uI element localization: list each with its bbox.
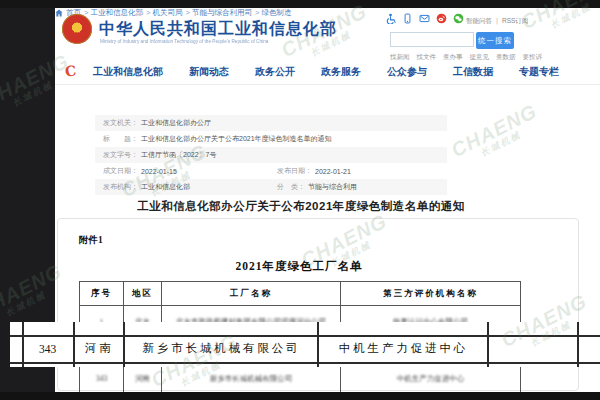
- meta-row-issuing-office: 发文机关： 工业和信息化部办公厅: [95, 115, 447, 131]
- meta-value: 2022-01-21: [315, 168, 351, 175]
- meta-row-title: 标 题： 工业和信息化部办公厅关于公布2021年度绿色制造名单的通知: [95, 131, 447, 147]
- header-factory: 工厂名称: [162, 282, 341, 306]
- wechat-icon[interactable]: [453, 13, 464, 24]
- meta-label: 标 题：: [103, 134, 138, 144]
- meta-value: 节能与综合利用: [308, 182, 357, 192]
- nav-item-special[interactable]: 专题专栏: [519, 65, 559, 79]
- magnified-row-343-callout: 343 河 南 新 乡 市 长 城 机 械 有 限 公 司 中 机 生 产 力 …: [10, 322, 600, 367]
- nav-item-miit[interactable]: 工业和信息化部: [93, 65, 163, 79]
- meta-value: 2022-01-15: [141, 168, 177, 175]
- home-icon: [55, 9, 63, 17]
- meta-label: 发文字号：: [103, 150, 138, 160]
- green-factory-table-title: 2021年度绿色工厂名单: [79, 259, 519, 274]
- crumb-green-manufacturing[interactable]: 绿色制造: [255, 8, 291, 18]
- table-row: 343 河南 新乡市长城机械有限公司 中机生产力促进中心: [79, 363, 521, 395]
- cell-factory: 新乡市长城机械有限公司: [162, 363, 341, 395]
- search-button[interactable]: 统一搜索: [476, 32, 514, 49]
- screenshot-stage: ★ 中华人民共和国工业和信息化部 Ministry of Industry an…: [0, 0, 600, 400]
- header-tool-icons: [385, 13, 464, 24]
- header-seq: 序号: [80, 282, 124, 306]
- header-agency: 第三方评价机构名称: [341, 282, 521, 306]
- meta-value: 工信厅节函〔2022〕7号: [141, 150, 216, 160]
- smart-qa-link[interactable]: 智能问答: [466, 17, 492, 24]
- mail-icon[interactable]: [419, 13, 430, 24]
- callout-region: 河 南: [73, 335, 123, 362]
- nav-item-gov-service[interactable]: 政务服务: [321, 65, 361, 79]
- cell-seq: 343: [80, 363, 124, 395]
- callout-bottom-border: [10, 362, 600, 364]
- main-nav-items: 工业和信息化部 新闻动态 政务公开 政务服务 公众参与 工信数据 专题专栏: [93, 65, 559, 79]
- nav-item-news[interactable]: 新闻动态: [189, 65, 229, 79]
- meta-value: 工业和信息化部: [141, 182, 190, 192]
- meta-label: 发布机构：: [103, 182, 138, 192]
- nav-item-participation[interactable]: 公众参与: [387, 65, 427, 79]
- meta-label: 成文日期：: [103, 166, 138, 176]
- nav-home-icon[interactable]: C: [64, 62, 77, 79]
- topbar-divider: ｜: [494, 17, 500, 24]
- callout-seq: 343: [22, 335, 73, 362]
- nav-item-data[interactable]: 工信数据: [453, 65, 493, 79]
- meta-row-doc-number: 发文字号： 工信厅节函〔2022〕7号: [95, 147, 447, 163]
- cell-region: 河南: [124, 363, 162, 395]
- crumb-energy-dept[interactable]: 节能与综合利用司: [185, 8, 251, 18]
- meta-row-publisher: 发布机构： 工业和信息化部 分 类： 节能与综合利用: [95, 179, 447, 195]
- document-meta-panel: 发文机关： 工业和信息化部办公厅 标 题： 工业和信息化部办公厅关于公布2021…: [95, 115, 447, 195]
- callout-agency-name: 中 机 生 产 力 促 进 中 心: [317, 335, 487, 362]
- top-black-bar: [0, 0, 600, 8]
- callout-border: [577, 322, 579, 367]
- bottom-black-bar: [0, 392, 600, 400]
- callout-border: [487, 322, 489, 367]
- callout-factory-name: 新 乡 市 长 城 机 械 有 限 公 司: [123, 335, 317, 362]
- search-input[interactable]: [390, 32, 474, 47]
- meta-value: 工业和信息化部办公厅关于公布2021年度绿色制造名单的通知: [141, 134, 332, 144]
- cell-agency: 中机生产力促进中心: [341, 363, 521, 395]
- nav-item-gov-open[interactable]: 政务公开: [255, 65, 295, 79]
- national-emblem-logo: ★: [62, 14, 92, 44]
- site-title: 中华人民共和国工业和信息化部: [99, 19, 337, 40]
- mobile-icon[interactable]: [402, 13, 413, 24]
- site-title-english: Ministry of Industry and Information Tec…: [100, 39, 268, 44]
- meta-label: 发文机关：: [103, 118, 138, 128]
- meta-label: 分 类：: [277, 182, 305, 192]
- crumb-miit[interactable]: 工业和信息化部: [84, 8, 143, 18]
- meta-value: 工业和信息化部办公厅: [141, 118, 211, 128]
- table-header-row: 序号 地区 工厂名称 第三方评价机构名称: [80, 282, 521, 306]
- weibo-icon[interactable]: [436, 13, 447, 24]
- emblem-star-icon: ★: [72, 23, 83, 35]
- rss-link[interactable]: RSS订阅: [502, 17, 528, 24]
- document-title: 工业和信息化部办公厅关于公布2021年度绿色制造名单的通知: [55, 199, 547, 214]
- header-region: 地区: [124, 282, 162, 306]
- crumb-departments[interactable]: 机关司局: [146, 8, 182, 18]
- meta-label: 发布日期：: [277, 166, 312, 176]
- attachment-label: 附件1: [79, 234, 103, 247]
- topbar-links: 智能问答 ｜ RSS订阅: [466, 17, 528, 26]
- accessibility-icon[interactable]: [385, 13, 396, 24]
- meta-row-dates: 成文日期： 2022-01-15 发布日期： 2022-01-21: [95, 163, 447, 179]
